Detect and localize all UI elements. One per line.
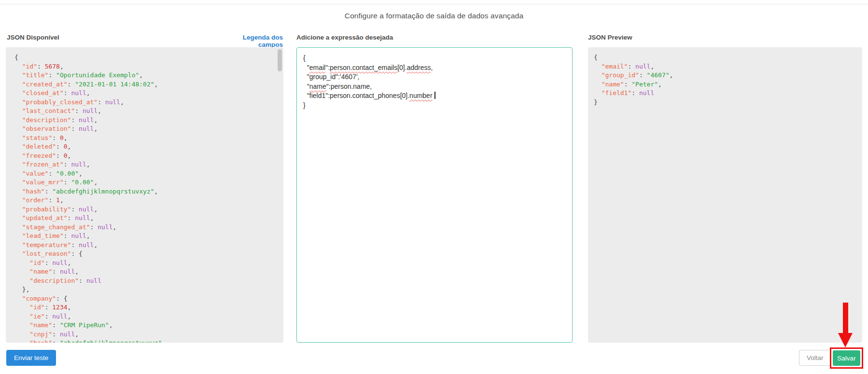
tk-null-token: null bbox=[79, 116, 94, 124]
tk-punc-token: : bbox=[48, 170, 56, 177]
tk-str-token: "2021-01-01 14:48:02" bbox=[75, 81, 154, 88]
red-arrow-shaft bbox=[843, 303, 848, 333]
available-json-header: JSON Disponível bbox=[7, 34, 59, 41]
back-button[interactable]: Voltar bbox=[799, 350, 831, 366]
ex-t-token: "group_id":'4607', bbox=[303, 73, 359, 81]
tk-key-token: "email" bbox=[602, 63, 628, 70]
tk-punc-token bbox=[14, 232, 22, 239]
code-line: "freezed": 0, bbox=[14, 152, 278, 161]
expression-code: { "email":person.contact_emails[0].addre… bbox=[297, 48, 572, 110]
code-line: { bbox=[303, 54, 567, 63]
tk-key-token: "frozen_at" bbox=[22, 161, 64, 168]
tk-num-token: 0 bbox=[64, 152, 68, 159]
tk-punc-token: : bbox=[56, 143, 64, 150]
scrollbar-thumb[interactable] bbox=[278, 49, 282, 71]
code-line: "ie": null, bbox=[14, 312, 278, 321]
ex-t-token: , bbox=[431, 64, 433, 71]
code-line: "group_id": "4607", bbox=[594, 71, 856, 80]
tk-null-token: null bbox=[60, 331, 75, 338]
tk-punc-token: : bbox=[52, 331, 60, 338]
tk-punc-token bbox=[14, 143, 22, 150]
tk-punc-token bbox=[14, 339, 29, 343]
code-line: "temperature": null, bbox=[14, 241, 278, 250]
tk-punc-token bbox=[14, 179, 22, 186]
ex-t-token: ": bbox=[325, 64, 330, 71]
available-json-panel[interactable]: { "id": 5678, "title": "Oportunidade Exe… bbox=[6, 47, 283, 343]
tk-key-token: "status" bbox=[22, 134, 53, 141]
code-line: "field1": null bbox=[594, 89, 856, 98]
tk-punc-token bbox=[14, 98, 22, 106]
tk-punc-token: { bbox=[14, 54, 18, 61]
page-title: Configure a formatação de saída de dados… bbox=[0, 12, 868, 20]
code-line: "hash": "abcdefghijklmnopqrstuvxyz", bbox=[14, 187, 278, 196]
tk-punc-token: : bbox=[56, 152, 64, 159]
code-line: } bbox=[594, 98, 856, 107]
tk-punc-token: , bbox=[120, 98, 124, 106]
code-line: "value": "0.00", bbox=[14, 169, 278, 179]
tk-punc-token bbox=[14, 161, 22, 168]
send-test-button[interactable]: Enviar teste bbox=[6, 350, 56, 366]
tk-key-token: "value" bbox=[22, 170, 49, 177]
tk-null-token: null bbox=[60, 268, 75, 275]
tk-punc-token: , bbox=[139, 71, 143, 79]
code-line: "stage_changed_at": null, bbox=[14, 223, 278, 232]
code-line: "status": 0, bbox=[14, 134, 278, 143]
tk-key-token: "field1" bbox=[602, 89, 632, 97]
tk-key-token: "updated_at" bbox=[22, 214, 68, 222]
tk-key-token: "value_mrr" bbox=[22, 179, 64, 186]
tk-punc-token bbox=[14, 313, 29, 320]
save-button[interactable]: Salvar bbox=[833, 350, 860, 366]
tk-key-token: "observation" bbox=[22, 125, 71, 132]
code-line: "title": "Oportunidade Exemplo", bbox=[14, 71, 278, 80]
ex-t-token: { bbox=[303, 54, 306, 62]
tk-punc-token bbox=[14, 134, 22, 141]
tk-punc-token: , bbox=[94, 179, 98, 186]
tk-punc-token: : bbox=[71, 116, 79, 124]
code-line: "id": 1234, bbox=[14, 303, 278, 312]
code-line: "last_contact": null, bbox=[14, 107, 278, 116]
ex-m-token: name bbox=[309, 83, 326, 90]
tk-null-token: null bbox=[71, 161, 86, 168]
tk-str-token: "Peter" bbox=[631, 81, 658, 88]
tk-punc-token: , bbox=[86, 161, 90, 168]
code-line: "lost_reason": { bbox=[14, 249, 278, 259]
tk-punc-token bbox=[14, 331, 29, 338]
tk-punc-token bbox=[594, 89, 602, 97]
tk-punc-token: : bbox=[52, 134, 60, 141]
code-line: "value_mrr": "0.00", bbox=[14, 178, 278, 187]
tk-punc-token bbox=[594, 81, 602, 88]
tk-punc-token: , bbox=[94, 206, 98, 213]
tk-key-token: "temperature" bbox=[22, 241, 71, 249]
tk-punc-token: , bbox=[60, 63, 64, 70]
tk-punc-token: { bbox=[594, 54, 598, 61]
tk-punc-token: : bbox=[639, 71, 647, 79]
tk-str-token: "0.00" bbox=[71, 179, 94, 186]
tk-num-token: 0 bbox=[60, 134, 64, 141]
tk-punc-token: , bbox=[68, 304, 71, 311]
tk-punc-token: : bbox=[45, 304, 53, 311]
tk-punc-token: : { bbox=[56, 295, 67, 302]
tk-punc-token: , bbox=[86, 89, 90, 97]
tk-punc-token: : bbox=[52, 321, 60, 329]
tk-key-token: "stage_changed_at" bbox=[22, 223, 90, 231]
expression-editor[interactable]: { "email":person.contact_emails[0].addre… bbox=[296, 47, 573, 343]
code-line: "id": 5678, bbox=[14, 62, 278, 71]
code-line: "updated_at": null, bbox=[14, 214, 278, 223]
code-line: }, bbox=[14, 285, 278, 294]
expression-header: Adicione a expressão desejada bbox=[296, 34, 393, 41]
tk-key-token: "title" bbox=[22, 71, 49, 79]
red-arrow-head-icon bbox=[838, 333, 853, 347]
tk-key-token: "ie" bbox=[29, 313, 44, 320]
tk-key-token: "last_contact" bbox=[22, 107, 75, 114]
tk-punc-token: : bbox=[45, 188, 53, 195]
tk-null-token: null bbox=[75, 214, 90, 222]
tk-punc-token: : bbox=[68, 81, 75, 88]
tk-punc-token: , bbox=[68, 143, 71, 150]
ex-m-token: person.contact_emails bbox=[330, 64, 397, 71]
ex-t-token: [0]. bbox=[397, 64, 406, 71]
code-line: "field1":person.contact_phones[0].number bbox=[303, 91, 567, 101]
tk-punc-token bbox=[14, 223, 22, 231]
tk-str-token: "4607" bbox=[647, 71, 670, 79]
field-legend-link[interactable]: Legenda dos campos bbox=[216, 34, 283, 48]
ex-t-token: } bbox=[303, 101, 306, 109]
